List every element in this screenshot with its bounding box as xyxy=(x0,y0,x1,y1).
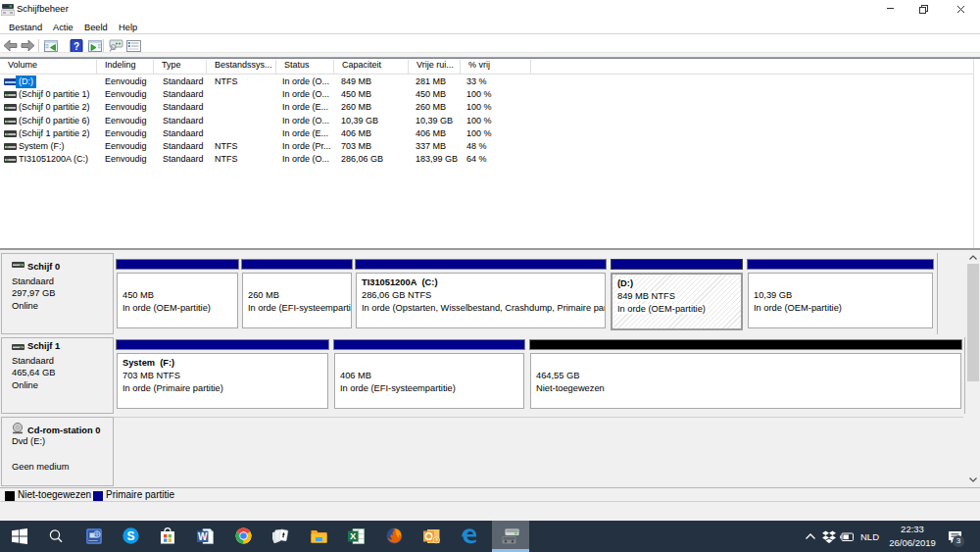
svg-text:W: W xyxy=(198,531,208,542)
svg-text:S: S xyxy=(126,529,134,543)
svg-text:X: X xyxy=(350,530,357,541)
svg-text:?: ? xyxy=(74,41,79,52)
